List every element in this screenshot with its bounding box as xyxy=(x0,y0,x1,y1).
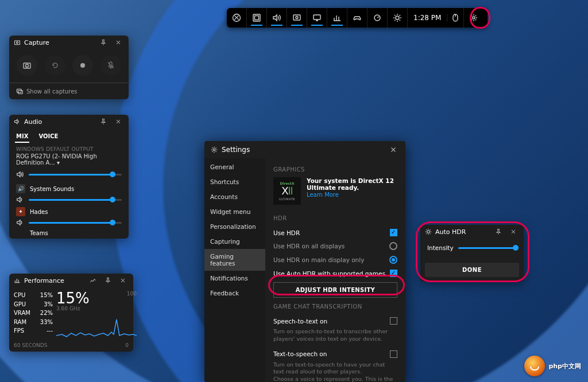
volume-icon xyxy=(16,170,24,178)
settings-content[interactable]: GRAPHICS DirectX XII ULTIMATE Your syste… xyxy=(265,158,405,382)
chart-window: 60 SECONDS xyxy=(14,342,47,348)
display-button[interactable] xyxy=(307,8,327,28)
svg-point-18 xyxy=(213,149,215,151)
nav-capturing[interactable]: Capturing xyxy=(204,234,265,249)
svg-point-4 xyxy=(296,17,298,19)
nav-gaming-features[interactable]: Gaming features xyxy=(204,249,265,271)
dx12-badge: DirectX XII ULTIMATE xyxy=(273,177,301,205)
output-device-dropdown[interactable]: ROG PG27U (2- NVIDIA High Definition A..… xyxy=(9,153,129,168)
capture-icon xyxy=(292,13,301,22)
capture-button[interactable] xyxy=(287,8,307,28)
auto-hdr-header[interactable]: Auto HDR xyxy=(420,225,524,239)
svg-point-14 xyxy=(80,63,85,68)
xbox-icon xyxy=(232,13,241,22)
mouse-button[interactable] xyxy=(447,8,464,28)
svg-point-7 xyxy=(396,16,399,20)
stt-checkbox[interactable] xyxy=(390,317,397,325)
tts-checkbox[interactable] xyxy=(390,350,397,358)
settings-header[interactable]: Settings xyxy=(204,141,405,158)
performance-button[interactable] xyxy=(327,8,347,28)
close-icon[interactable] xyxy=(113,38,124,47)
svg-rect-1 xyxy=(253,14,260,21)
speaker-icon: 🔊 xyxy=(16,184,25,193)
show-all-captures-link[interactable]: Show all captures xyxy=(9,83,129,99)
master-volume-slider[interactable] xyxy=(29,174,122,176)
capture-title: Capture xyxy=(24,39,94,46)
app-system-sounds: 🔊 System Sounds xyxy=(16,184,122,193)
auto-hdr-widget: Auto HDR Intensity DONE xyxy=(420,225,524,282)
gear-icon xyxy=(469,13,478,22)
chart-toggle-icon[interactable] xyxy=(87,276,99,285)
widgets-icon xyxy=(252,13,261,22)
xbox-button[interactable] xyxy=(227,8,247,28)
nav-accounts[interactable]: Accounts xyxy=(204,189,265,204)
screenshot-button[interactable] xyxy=(17,55,37,76)
record-last-button[interactable] xyxy=(45,55,65,76)
cpu-big: 15% xyxy=(56,291,90,306)
svg-rect-17 xyxy=(18,91,23,94)
tab-mix[interactable]: MIX xyxy=(15,131,29,143)
use-auto-hdr-label: Use Auto HDR with supported games xyxy=(273,270,385,277)
tab-voice[interactable]: VOICE xyxy=(37,131,59,143)
svg-rect-2 xyxy=(255,16,259,20)
mic-button[interactable] xyxy=(100,55,121,76)
nav-shortcuts[interactable]: Shortcuts xyxy=(204,174,265,189)
pin-icon[interactable] xyxy=(102,276,114,285)
nav-widget-menu[interactable]: Widget menu xyxy=(204,204,265,219)
pin-icon[interactable] xyxy=(493,227,504,236)
cpu-chart xyxy=(56,313,137,340)
brightness-button[interactable] xyxy=(388,8,408,28)
camera-icon xyxy=(22,61,32,70)
hdr-all-radio[interactable] xyxy=(389,242,397,250)
record-button[interactable] xyxy=(72,55,93,76)
pin-icon[interactable] xyxy=(98,117,109,126)
intensity-slider[interactable] xyxy=(458,247,517,249)
tts-label: Text-to-speech on xyxy=(273,350,327,357)
volume-icon xyxy=(16,196,24,204)
widgets-button[interactable] xyxy=(247,8,267,28)
intensity-label: Intensity xyxy=(427,244,454,251)
close-icon[interactable] xyxy=(508,227,519,236)
chart-icon xyxy=(14,277,21,284)
hades-slider[interactable] xyxy=(29,222,122,224)
refresh-icon xyxy=(51,61,60,70)
app-hades: ✦ Hades xyxy=(16,207,122,216)
svg-point-19 xyxy=(427,231,430,233)
svg-rect-3 xyxy=(293,15,300,20)
audio-button[interactable] xyxy=(267,8,287,28)
sun-icon xyxy=(393,13,402,22)
app-teams: Teams xyxy=(16,230,122,236)
auto-hdr-checkbox[interactable] xyxy=(390,270,397,277)
hdr-main-radio[interactable] xyxy=(389,256,397,264)
nav-feedback[interactable]: Feedback xyxy=(204,286,265,301)
done-button[interactable]: DONE xyxy=(425,263,519,277)
chart-max: 100 xyxy=(127,291,137,297)
performance-widget: Performance CPU15% GPU3% VRAM22% RAM33% … xyxy=(9,274,133,352)
chat-section: GAME CHAT TRANSCRIPTION xyxy=(273,303,397,310)
capture-header[interactable]: Capture xyxy=(9,36,129,49)
settings-gear-button[interactable] xyxy=(464,8,483,28)
svg-point-13 xyxy=(26,64,29,67)
adjust-hdr-button[interactable]: ADJUST HDR INTENSITY xyxy=(273,282,397,298)
speedometer-icon xyxy=(373,13,382,22)
audio-header[interactable]: Audio xyxy=(9,115,129,128)
use-hdr-label: Use HDR xyxy=(273,229,300,236)
watermark: php中文网 xyxy=(524,356,581,376)
settings-nav: General Shortcuts Accounts Widget menu P… xyxy=(204,158,265,382)
use-hdr-checkbox[interactable] xyxy=(390,229,397,236)
close-icon[interactable] xyxy=(113,117,124,126)
stt-sub: Turn on speech-to-text to transcribe oth… xyxy=(273,328,397,343)
capture-widget: Capture Show all captures xyxy=(9,36,129,99)
performance-header[interactable]: Performance xyxy=(9,274,133,287)
nav-personalization[interactable]: Personalization xyxy=(204,219,265,234)
nav-notifications[interactable]: Notifications xyxy=(204,271,265,286)
nav-general[interactable]: General xyxy=(204,159,265,174)
close-icon[interactable] xyxy=(117,276,129,285)
system-sounds-slider[interactable] xyxy=(29,199,122,201)
games-button[interactable] xyxy=(347,8,368,28)
resources-button[interactable] xyxy=(368,8,388,28)
pin-icon[interactable] xyxy=(98,38,109,47)
svg-point-11 xyxy=(17,42,18,44)
learn-more-link[interactable]: Learn More xyxy=(307,192,339,198)
close-icon[interactable] xyxy=(387,145,400,155)
